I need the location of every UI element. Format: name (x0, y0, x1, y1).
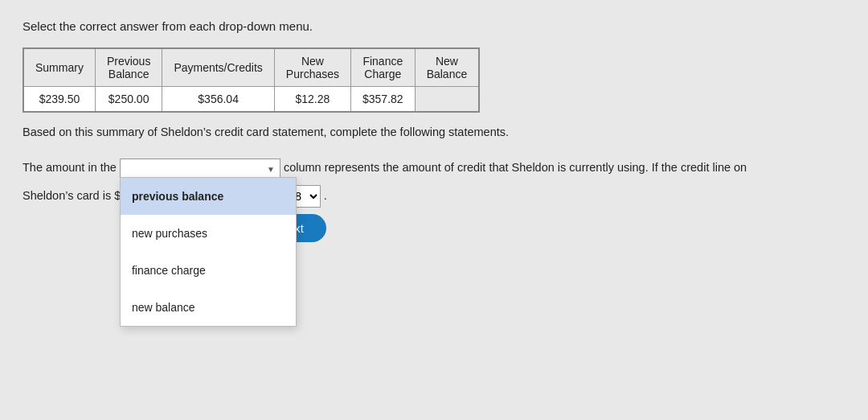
statement-period: . (324, 184, 327, 208)
dropdown1-option-finance-charge[interactable]: finance charge (121, 252, 296, 289)
instruction-text: Select the correct answer from each drop… (23, 19, 845, 33)
new-purchases-header: New Purchases (274, 48, 350, 87)
dropdown1-menu: previous balance new purchases finance c… (120, 177, 297, 327)
summary-header: Summary (23, 48, 95, 87)
finance-charge-header: Finance Charge (351, 48, 416, 87)
dropdown1-container: ▼ previous balance new purchases finance… (120, 154, 280, 181)
statement-row-1: The amount in the ▼ previous balance new… (23, 154, 845, 181)
statement-part2: column represents the amount of credit t… (284, 156, 747, 179)
page-container: Select the correct answer from each drop… (0, 0, 868, 420)
statement-part1: The amount in the (23, 156, 117, 179)
prev-balance-value: $239.50 (23, 87, 95, 113)
statement-section: The amount in the ▼ previous balance new… (23, 154, 845, 242)
based-on-text: Based on this summary of Sheldon’s credi… (23, 126, 845, 138)
payments-header: Payments/Credits (162, 48, 274, 87)
new-purchases-value: $356.04 (162, 87, 274, 113)
statement-part3: Sheldon’s card is $5 (23, 184, 127, 208)
dropdown1-option-new-purchases[interactable]: new purchases (121, 215, 296, 252)
summary-table: Summary Previous Balance Payments/Credit… (23, 47, 480, 113)
payments-value: $250.00 (95, 87, 162, 113)
dropdown1-option-new-balance[interactable]: new balance (121, 289, 296, 326)
dropdown1-option-previous-balance[interactable]: previous balance (121, 178, 296, 215)
new-balance-value: $357.82 (351, 87, 416, 113)
prev-balance-header: Previous Balance (95, 48, 162, 87)
new-balance-header: New Balance (415, 48, 479, 87)
dropdown1-arrow-icon: ▼ (267, 162, 275, 178)
finance-charge-value: $12.28 (274, 87, 350, 113)
